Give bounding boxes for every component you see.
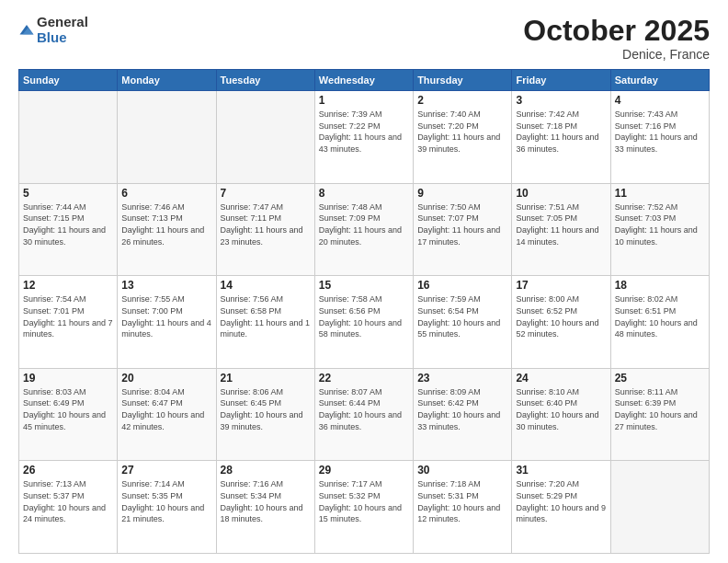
day-cell-25: 25Sunrise: 8:11 AM Sunset: 6:39 PM Dayli… — [610, 368, 709, 461]
day-info: Sunrise: 8:11 AM Sunset: 6:39 PM Dayligh… — [615, 386, 705, 432]
day-cell-3: 3Sunrise: 7:42 AM Sunset: 7:18 PM Daylig… — [512, 91, 610, 184]
col-header-saturday: Saturday — [610, 70, 709, 91]
day-number: 2 — [417, 94, 507, 107]
day-info: Sunrise: 7:43 AM Sunset: 7:16 PM Dayligh… — [615, 109, 705, 155]
day-info: Sunrise: 7:59 AM Sunset: 6:54 PM Dayligh… — [417, 293, 507, 339]
day-cell-21: 21Sunrise: 8:06 AM Sunset: 6:45 PM Dayli… — [216, 368, 314, 461]
day-cell-5: 5Sunrise: 7:44 AM Sunset: 7:15 PM Daylig… — [19, 183, 118, 276]
day-number: 16 — [417, 279, 507, 292]
day-number: 18 — [615, 279, 705, 292]
day-info: Sunrise: 7:51 AM Sunset: 7:05 PM Dayligh… — [516, 201, 606, 247]
col-header-tuesday: Tuesday — [216, 70, 314, 91]
day-info: Sunrise: 8:00 AM Sunset: 6:52 PM Dayligh… — [516, 293, 606, 339]
logo-blue-text: Blue — [37, 30, 88, 46]
day-cell-26: 26Sunrise: 7:13 AM Sunset: 5:37 PM Dayli… — [19, 461, 118, 554]
day-info: Sunrise: 8:09 AM Sunset: 6:42 PM Dayligh… — [417, 386, 507, 432]
day-number: 27 — [121, 464, 211, 477]
day-cell-28: 28Sunrise: 7:16 AM Sunset: 5:34 PM Dayli… — [216, 461, 314, 554]
day-cell-30: 30Sunrise: 7:18 AM Sunset: 5:31 PM Dayli… — [414, 461, 512, 554]
day-info: Sunrise: 7:46 AM Sunset: 7:13 PM Dayligh… — [121, 201, 211, 247]
calendar-week-3: 19Sunrise: 8:03 AM Sunset: 6:49 PM Dayli… — [19, 368, 710, 461]
day-info: Sunrise: 8:04 AM Sunset: 6:47 PM Dayligh… — [121, 386, 211, 432]
day-info: Sunrise: 7:40 AM Sunset: 7:20 PM Dayligh… — [417, 109, 507, 155]
day-number: 24 — [516, 372, 606, 385]
calendar-week-0: 1Sunrise: 7:39 AM Sunset: 7:22 PM Daylig… — [19, 91, 710, 184]
logo-text: General Blue — [37, 15, 88, 45]
calendar-table: SundayMondayTuesdayWednesdayThursdayFrid… — [18, 69, 710, 554]
day-cell-14: 14Sunrise: 7:56 AM Sunset: 6:58 PM Dayli… — [216, 276, 314, 369]
day-cell-20: 20Sunrise: 8:04 AM Sunset: 6:47 PM Dayli… — [118, 368, 216, 461]
day-info: Sunrise: 8:06 AM Sunset: 6:45 PM Dayligh… — [221, 386, 311, 432]
empty-cell — [216, 91, 314, 184]
day-cell-23: 23Sunrise: 8:09 AM Sunset: 6:42 PM Dayli… — [414, 368, 512, 461]
day-info: Sunrise: 8:02 AM Sunset: 6:51 PM Dayligh… — [615, 293, 705, 339]
day-info: Sunrise: 8:07 AM Sunset: 6:44 PM Dayligh… — [319, 386, 409, 432]
day-number: 19 — [23, 372, 113, 385]
day-cell-6: 6Sunrise: 7:46 AM Sunset: 7:13 PM Daylig… — [118, 183, 216, 276]
day-number: 1 — [319, 94, 409, 107]
day-number: 15 — [319, 279, 409, 292]
header: General Blue October 2025 Denice, France — [18, 15, 710, 62]
day-info: Sunrise: 7:42 AM Sunset: 7:18 PM Dayligh… — [516, 109, 606, 155]
day-info: Sunrise: 7:55 AM Sunset: 7:00 PM Dayligh… — [121, 293, 211, 339]
day-cell-11: 11Sunrise: 7:52 AM Sunset: 7:03 PM Dayli… — [610, 183, 709, 276]
day-info: Sunrise: 7:56 AM Sunset: 6:58 PM Dayligh… — [221, 293, 311, 339]
empty-cell — [19, 91, 118, 184]
month-title: October 2025 — [523, 15, 710, 47]
logo-icon — [18, 22, 35, 39]
calendar-header-row: SundayMondayTuesdayWednesdayThursdayFrid… — [19, 70, 710, 91]
day-cell-15: 15Sunrise: 7:58 AM Sunset: 6:56 PM Dayli… — [314, 276, 413, 369]
day-cell-29: 29Sunrise: 7:17 AM Sunset: 5:32 PM Dayli… — [314, 461, 413, 554]
day-number: 3 — [516, 94, 606, 107]
title-block: October 2025 Denice, France — [523, 15, 710, 62]
day-info: Sunrise: 7:47 AM Sunset: 7:11 PM Dayligh… — [221, 201, 311, 247]
col-header-monday: Monday — [118, 70, 216, 91]
location: Denice, France — [523, 47, 710, 62]
day-info: Sunrise: 7:39 AM Sunset: 7:22 PM Dayligh… — [319, 109, 409, 155]
day-info: Sunrise: 7:48 AM Sunset: 7:09 PM Dayligh… — [319, 201, 409, 247]
day-cell-1: 1Sunrise: 7:39 AM Sunset: 7:22 PM Daylig… — [314, 91, 413, 184]
col-header-wednesday: Wednesday — [314, 70, 413, 91]
day-number: 25 — [615, 372, 705, 385]
logo: General Blue — [18, 15, 88, 45]
day-number: 21 — [221, 372, 311, 385]
day-info: Sunrise: 7:18 AM Sunset: 5:31 PM Dayligh… — [417, 478, 507, 524]
day-number: 11 — [615, 187, 705, 200]
day-number: 30 — [417, 464, 507, 477]
day-number: 8 — [319, 187, 409, 200]
col-header-thursday: Thursday — [414, 70, 512, 91]
day-cell-7: 7Sunrise: 7:47 AM Sunset: 7:11 PM Daylig… — [216, 183, 314, 276]
day-info: Sunrise: 7:52 AM Sunset: 7:03 PM Dayligh… — [615, 201, 705, 247]
day-number: 31 — [516, 464, 606, 477]
day-info: Sunrise: 7:20 AM Sunset: 5:29 PM Dayligh… — [516, 478, 606, 524]
day-info: Sunrise: 8:10 AM Sunset: 6:40 PM Dayligh… — [516, 386, 606, 432]
day-cell-24: 24Sunrise: 8:10 AM Sunset: 6:40 PM Dayli… — [512, 368, 610, 461]
day-number: 4 — [615, 94, 705, 107]
day-number: 9 — [417, 187, 507, 200]
day-info: Sunrise: 7:58 AM Sunset: 6:56 PM Dayligh… — [319, 293, 409, 339]
day-number: 28 — [221, 464, 311, 477]
day-cell-4: 4Sunrise: 7:43 AM Sunset: 7:16 PM Daylig… — [610, 91, 709, 184]
col-header-friday: Friday — [512, 70, 610, 91]
day-number: 14 — [221, 279, 311, 292]
day-cell-22: 22Sunrise: 8:07 AM Sunset: 6:44 PM Dayli… — [314, 368, 413, 461]
day-cell-19: 19Sunrise: 8:03 AM Sunset: 6:49 PM Dayli… — [19, 368, 118, 461]
day-cell-18: 18Sunrise: 8:02 AM Sunset: 6:51 PM Dayli… — [610, 276, 709, 369]
day-cell-27: 27Sunrise: 7:14 AM Sunset: 5:35 PM Dayli… — [118, 461, 216, 554]
day-cell-9: 9Sunrise: 7:50 AM Sunset: 7:07 PM Daylig… — [414, 183, 512, 276]
day-number: 6 — [121, 187, 211, 200]
day-number: 10 — [516, 187, 606, 200]
col-header-sunday: Sunday — [19, 70, 118, 91]
day-cell-31: 31Sunrise: 7:20 AM Sunset: 5:29 PM Dayli… — [512, 461, 610, 554]
day-number: 12 — [23, 279, 113, 292]
day-info: Sunrise: 7:54 AM Sunset: 7:01 PM Dayligh… — [23, 293, 113, 339]
day-info: Sunrise: 7:17 AM Sunset: 5:32 PM Dayligh… — [319, 478, 409, 524]
day-info: Sunrise: 7:13 AM Sunset: 5:37 PM Dayligh… — [23, 478, 113, 524]
day-info: Sunrise: 7:14 AM Sunset: 5:35 PM Dayligh… — [121, 478, 211, 524]
empty-cell — [610, 461, 709, 554]
page: General Blue October 2025 Denice, France… — [0, 0, 728, 563]
day-cell-10: 10Sunrise: 7:51 AM Sunset: 7:05 PM Dayli… — [512, 183, 610, 276]
day-number: 26 — [23, 464, 113, 477]
day-cell-16: 16Sunrise: 7:59 AM Sunset: 6:54 PM Dayli… — [414, 276, 512, 369]
day-number: 23 — [417, 372, 507, 385]
